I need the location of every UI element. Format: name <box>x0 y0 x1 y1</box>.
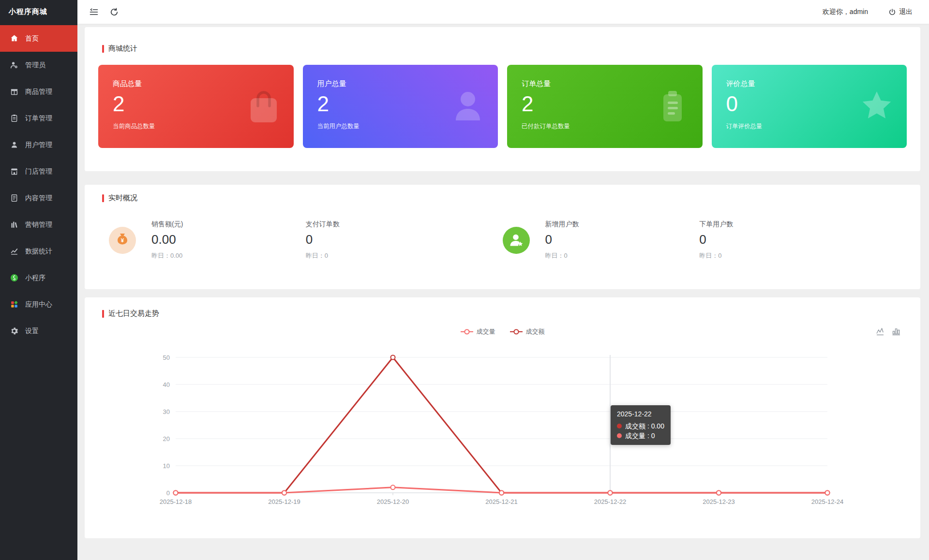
stat-cards: 商品总量 2 当前商品总数量 用户总量 2 当前用户总数量 订单总量 2 <box>85 65 920 148</box>
rt-yesterday: 昨日：0 <box>699 251 733 260</box>
realtime-panel: 实时概况 ¥ 销售额(元) 0.00 昨日：0.00 支付订单数 <box>85 185 920 289</box>
logout-label: 退出 <box>899 8 913 16</box>
sidebar-item-admin[interactable]: 管理员 <box>0 52 77 78</box>
sidebar-item-label: 应用中心 <box>25 300 52 309</box>
svg-text:2025-12-20: 2025-12-20 <box>377 498 409 505</box>
bar-chart-toggle-icon[interactable] <box>892 327 901 336</box>
section-title-bar <box>102 310 104 318</box>
stat-card-users: 用户总量 2 当前用户总数量 <box>303 65 498 148</box>
sidebar-item-label: 内容管理 <box>25 194 52 203</box>
sidebar-item-products[interactable]: 商品管理 <box>0 78 77 105</box>
collapse-sidebar-icon[interactable] <box>89 7 99 17</box>
store-icon <box>10 167 19 176</box>
legend-marker <box>510 328 523 335</box>
bag-icon <box>244 86 283 127</box>
user-add-icon <box>503 227 530 254</box>
rt-label: 销售额(元) <box>151 220 183 229</box>
chart-area: 010203040502025-12-182025-12-192025-12-2… <box>100 350 905 515</box>
svg-text:2025-12-18: 2025-12-18 <box>160 498 192 505</box>
legend-volume[interactable]: 成交量 <box>461 327 495 336</box>
realtime-paid-orders: 支付订单数 0 昨日：0 <box>306 220 503 260</box>
power-icon <box>888 8 896 16</box>
sidebar-item-orders[interactable]: 订单管理 <box>0 105 77 132</box>
sidebar-item-content[interactable]: 内容管理 <box>0 185 77 211</box>
rt-value: 0 <box>545 232 579 247</box>
section-title-mall-stats: 商城统计 <box>85 27 920 53</box>
rt-value: 0 <box>306 232 340 247</box>
rt-value: 0 <box>699 232 733 247</box>
sidebar-item-label: 门店管理 <box>25 167 52 176</box>
stat-card-reviews: 评价总量 0 订单评价总量 <box>712 65 907 148</box>
money-bag-icon: ¥ <box>109 227 136 254</box>
rt-yesterday: 昨日：0 <box>306 251 340 260</box>
sidebar-item-label: 订单管理 <box>25 114 52 123</box>
chart-header: 成交量 成交额 <box>85 326 920 338</box>
svg-text:40: 40 <box>163 381 170 388</box>
svg-text:2025-12-22: 2025-12-22 <box>594 498 627 505</box>
section-title-bar <box>102 194 104 202</box>
sidebar-item-label: 用户管理 <box>25 141 52 149</box>
sidebar-item-label: 商品管理 <box>25 88 52 96</box>
legend-marker <box>461 328 473 335</box>
rt-label: 下单用户数 <box>699 220 733 229</box>
sidebar-item-home[interactable]: 首页 <box>0 25 77 52</box>
svg-text:2025-12-23: 2025-12-23 <box>703 498 735 505</box>
svg-text:30: 30 <box>163 408 170 415</box>
realtime-row: ¥ 销售额(元) 0.00 昨日：0.00 支付订单数 0 昨日：0 <box>85 220 920 260</box>
sidebar-item-label: 设置 <box>25 327 39 336</box>
svg-text:0: 0 <box>166 489 170 497</box>
trend-panel: 近七日交易走势 成交量 成交额 <box>85 297 920 538</box>
stat-card-orders: 订单总量 2 已付款订单总数量 <box>507 65 703 148</box>
sidebar-item-marketing[interactable]: 营销管理 <box>0 211 77 238</box>
sidebar-item-label: 数据统计 <box>25 247 52 256</box>
logout-button[interactable]: 退出 <box>888 8 913 16</box>
refresh-icon[interactable] <box>109 7 119 17</box>
star-icon <box>857 86 896 127</box>
svg-text:2025-12-21: 2025-12-21 <box>485 498 518 505</box>
section-title-realtime: 实时概况 <box>85 185 920 203</box>
orders-icon <box>10 114 19 123</box>
sidebar: 小程序商城 首页 管理员 商品管理 订单管理 用户管理 <box>0 0 77 560</box>
rt-yesterday: 昨日：0 <box>545 251 579 260</box>
rt-yesterday: 昨日：0.00 <box>151 251 183 260</box>
app-title: 小程序商城 <box>0 0 77 23</box>
stat-card-products: 商品总量 2 当前商品总数量 <box>98 65 294 148</box>
svg-text:2025-12-24: 2025-12-24 <box>811 498 844 505</box>
sidebar-item-appcenter[interactable]: 应用中心 <box>0 291 77 318</box>
mall-stats-panel: 商城统计 商品总量 2 当前商品总数量 用户总量 2 当前用户总数量 <box>85 27 920 171</box>
sidebar-item-statistics[interactable]: 数据统计 <box>0 238 77 265</box>
marketing-icon <box>10 220 19 229</box>
content-icon <box>10 193 19 203</box>
clipboard-icon <box>653 86 692 127</box>
products-icon <box>10 87 19 96</box>
svg-text:50: 50 <box>163 354 170 361</box>
chart-toolbox <box>876 327 901 336</box>
section-title-bar <box>102 45 104 53</box>
svg-text:20: 20 <box>163 435 170 442</box>
sidebar-item-label: 首页 <box>25 34 39 43</box>
users-icon <box>10 140 19 149</box>
sidebar-item-settings[interactable]: 设置 <box>0 318 77 344</box>
home-icon <box>10 34 19 43</box>
section-title-trend: 近七日交易走势 <box>85 297 920 318</box>
welcome-text: 欢迎你，admin <box>823 8 868 16</box>
person-icon <box>449 86 487 127</box>
topbar: 欢迎你，admin 退出 <box>77 0 929 24</box>
admin-icon <box>10 60 19 70</box>
line-chart-toggle-icon[interactable] <box>876 327 885 336</box>
svg-text:¥: ¥ <box>121 237 124 243</box>
realtime-new-users: 新增用户数 0 昨日：0 <box>503 220 700 260</box>
realtime-sales: ¥ 销售额(元) 0.00 昨日：0.00 <box>109 220 306 260</box>
rt-label: 新增用户数 <box>545 220 579 229</box>
statistics-icon <box>10 247 19 256</box>
svg-text:10: 10 <box>163 462 170 470</box>
trend-chart[interactable]: 010203040502025-12-182025-12-192025-12-2… <box>100 350 905 515</box>
sidebar-item-stores[interactable]: 门店管理 <box>0 158 77 185</box>
app-root: 小程序商城 首页 管理员 商品管理 订单管理 用户管理 <box>0 0 929 560</box>
sidebar-item-users[interactable]: 用户管理 <box>0 132 77 158</box>
main-area: 欢迎你，admin 退出 商城统计 商品总量 2 当前商品总数量 <box>77 0 929 560</box>
sidebar-item-miniprogram[interactable]: 小程序 <box>0 265 77 291</box>
legend-amount[interactable]: 成交额 <box>510 327 545 336</box>
appcenter-icon <box>10 300 19 309</box>
content: 商城统计 商品总量 2 当前商品总数量 用户总量 2 当前用户总数量 <box>77 24 929 560</box>
